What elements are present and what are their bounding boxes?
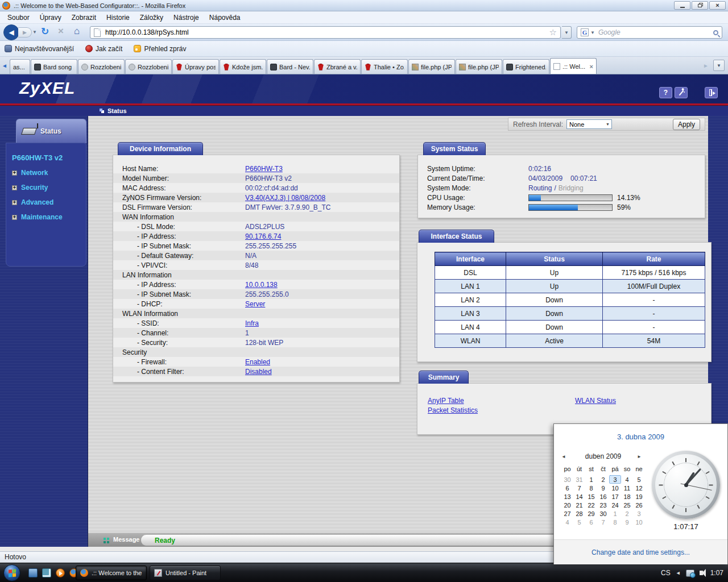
calendar-day[interactable]: 8 [609,518,621,526]
calendar-day[interactable]: 5 [573,518,585,526]
history-dropdown-icon[interactable]: ▼ [32,30,37,35]
anyip-table-link[interactable]: AnyIP Table [428,397,464,405]
browser-tab[interactable]: Úpravy pos... [172,59,219,74]
browser-tab[interactable]: file.php (JP... [408,59,455,74]
browser-tab[interactable]: Kdože jsm... [220,59,266,74]
task-button[interactable]: .:: Welcome to the ... [76,566,147,580]
bookmark-item[interactable]: Přehled zpráv [134,45,186,53]
forward-button[interactable]: ▶ [18,27,32,38]
calendar-day[interactable]: 11 [621,484,633,492]
calendar-day[interactable]: 6 [585,518,597,526]
browser-tab[interactable]: file.php (JP... [456,59,502,74]
browser-tab[interactable]: Thalie • Zo... [361,59,408,74]
calendar-day[interactable]: 4 [621,475,633,484]
back-button[interactable]: ◀ [3,24,19,40]
tab-scroll-right-icon[interactable]: ► [703,63,709,69]
calendar-day[interactable]: 3 [633,509,645,518]
browser-tab[interactable]: Zbrané a v... [314,59,361,74]
search-box[interactable]: G ▼ Google [577,26,722,39]
search-engine-icon[interactable]: G [581,28,589,36]
device-info-value[interactable]: 10.0.0.138 [245,281,278,289]
url-bar[interactable]: http://10.0.0.138/rpSys.html ☆ [90,26,561,39]
list-all-tabs-button[interactable]: ▼ [713,60,725,71]
quick-launch-icon[interactable] [42,568,51,577]
home-button[interactable]: ⌂ [74,26,80,37]
device-info-value[interactable]: Server [245,300,265,308]
calendar-day[interactable]: 22 [585,501,597,509]
device-info-value[interactable]: Enabled [245,358,270,366]
browser-tab[interactable]: Rozzlobeni... [78,59,125,74]
volume-tray-icon[interactable] [700,571,703,575]
search-engine-dropdown-icon[interactable]: ▼ [590,30,595,35]
url-dropdown-button[interactable]: ▼ [562,26,572,39]
calendar-day[interactable]: 26 [633,501,645,509]
calendar-day[interactable]: 9 [597,484,609,492]
menu-item[interactable]: Úpravy [35,12,67,23]
calendar-day[interactable]: 20 [561,501,573,509]
calendar-day[interactable]: 6 [561,484,573,492]
sidebar-nav-item[interactable]: + Network [12,169,86,177]
tray-expand-icon[interactable]: ◄ [676,570,681,576]
bookmark-item[interactable]: Nejnavštěvovanější [5,45,74,53]
menu-item[interactable]: Nástroje [168,12,204,23]
browser-tab[interactable]: as... [10,59,30,74]
calendar-day[interactable]: 2 [621,509,633,518]
device-info-value[interactable]: P660HW-T3 [245,165,283,173]
calendar-day[interactable]: 16 [597,492,609,501]
expand-plus-icon[interactable]: + [12,215,17,220]
menu-item[interactable]: Historie [101,12,135,23]
refresh-interval-select[interactable]: None [566,119,612,129]
calendar-day[interactable]: 1 [609,509,621,518]
menu-item[interactable]: Soubor [2,12,35,23]
start-button[interactable] [3,564,20,581]
calendar-day[interactable]: 7 [573,484,585,492]
browser-tab[interactable]: Bard - Nev... [267,59,313,74]
menu-item[interactable]: Nápověda [204,12,246,23]
language-indicator[interactable]: CS [661,569,671,577]
calendar-prev-icon[interactable]: ◄ [561,454,569,459]
device-info-value[interactable]: Disabled [245,368,272,376]
calendar-day[interactable]: 13 [561,492,573,501]
calendar-day[interactable]: 1 [585,475,597,484]
calendar-day[interactable]: 24 [609,501,621,509]
calendar-day[interactable]: 25 [621,501,633,509]
expand-plus-icon[interactable]: + [12,185,17,190]
wizard-button[interactable] [675,87,688,98]
expand-plus-icon[interactable]: + [12,171,17,176]
calendar-day[interactable]: 28 [573,509,585,518]
browser-tab[interactable]: Bard song ... [31,59,77,74]
minimize-button[interactable] [674,1,690,10]
search-icon[interactable] [713,30,718,35]
calendar-day[interactable]: 31 [573,475,585,484]
calendar-day[interactable]: 9 [621,518,633,526]
calendar-month-label[interactable]: duben 2009 [569,452,637,460]
packet-statistics-link[interactable]: Packet Statistics [428,406,478,414]
calendar-day[interactable]: 21 [573,501,585,509]
bookmark-star-icon[interactable]: ☆ [549,27,557,38]
device-info-value[interactable]: 90.176.6.74 [245,232,281,240]
calendar-day[interactable]: 12 [633,484,645,492]
calendar-day[interactable]: 10 [633,518,645,526]
restore-button[interactable] [692,1,708,10]
sidebar-nav-item[interactable]: + Advanced [12,198,86,206]
sidebar-status-tab[interactable]: Status [16,119,86,143]
reload-button[interactable]: ↻ [41,26,49,38]
quick-launch-icon[interactable] [28,568,38,577]
apply-button[interactable]: Apply [673,119,700,130]
sidebar-nav-item[interactable]: + Maintenance [12,213,86,221]
browser-tab[interactable]: .:: Wel... × [550,58,597,74]
sidebar-nav-item[interactable]: + Security [12,184,86,192]
quick-launch-icon[interactable] [56,568,65,577]
calendar-day[interactable]: 2 [597,475,609,484]
tab-scroll-left-icon[interactable]: ◄ [0,63,9,69]
calendar-day[interactable]: 10 [609,484,621,492]
calendar-day[interactable]: 8 [585,484,597,492]
calendar-day[interactable]: 27 [561,509,573,518]
calendar-day[interactable]: 14 [573,492,585,501]
expand-plus-icon[interactable]: + [12,200,17,205]
tab-close-icon[interactable]: × [590,63,593,70]
network-tray-icon[interactable] [686,569,694,577]
change-datetime-link[interactable]: Change date and time settings... [554,548,727,556]
calendar-day[interactable]: 29 [585,509,597,518]
logout-button[interactable] [705,87,718,98]
